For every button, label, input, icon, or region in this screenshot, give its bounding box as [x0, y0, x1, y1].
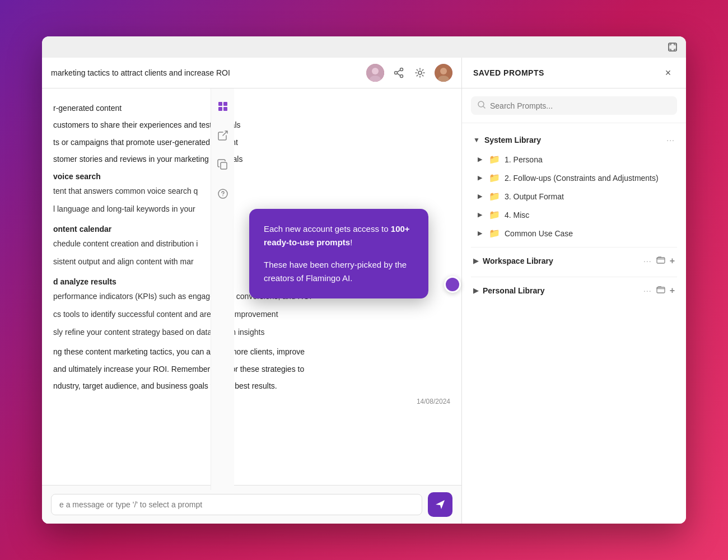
- followups-chevron-icon: ▶: [478, 174, 482, 181]
- settings-icon[interactable]: [413, 66, 427, 80]
- panel-content: ▼ System Library ··· ▶ 📁 1. Persona: [462, 123, 686, 524]
- personal-library-header[interactable]: ▶ Personal Library ···: [462, 279, 686, 302]
- workspace-folder-btn[interactable]: [656, 255, 665, 267]
- tooltip-line2: These have been cherry-picked by the cre…: [264, 258, 414, 285]
- voice-item1: tent that answers common voice search q: [53, 185, 450, 198]
- svg-point-5: [400, 75, 403, 78]
- output-folder-icon: 📁: [489, 191, 500, 202]
- header-icons: [366, 64, 452, 82]
- system-library: ▼ System Library ··· ▶ 📁 1. Persona: [462, 130, 686, 242]
- misc-folder-icon: 📁: [489, 209, 500, 220]
- copy-icon[interactable]: [214, 156, 232, 174]
- workspace-chevron-icon: ▶: [473, 257, 478, 265]
- grid-icon[interactable]: [214, 97, 232, 115]
- folder-followups[interactable]: ▶ 📁 2. Follow-ups (Constraints and Adjus…: [478, 169, 686, 187]
- main-window: marketing tactics to attract clients and…: [42, 36, 686, 524]
- output-chevron-icon: ▶: [478, 193, 482, 200]
- folder-output[interactable]: ▶ 📁 3. Output Format: [478, 187, 686, 206]
- system-library-label: System Library: [484, 136, 541, 144]
- msg-line2: ts or campaigns that promote user-genera…: [53, 136, 450, 148]
- svg-rect-17: [221, 162, 227, 169]
- tooltip-popup: Each new account gets access to 100+ rea…: [249, 209, 428, 298]
- msg-line1: customers to share their experiences and…: [53, 119, 450, 131]
- msg-line3: stomer stories and reviews in your marke…: [53, 153, 450, 165]
- divider-2: [471, 277, 677, 277]
- search-wrapper: [471, 96, 677, 115]
- common-label: Common Use Case: [505, 229, 573, 238]
- workspace-library-header[interactable]: ▶ Workspace Library ···: [462, 250, 686, 272]
- svg-rect-0: [669, 43, 676, 51]
- workspace-library-title: ▶ Workspace Library: [473, 256, 553, 265]
- personal-library-actions: ··· +: [643, 285, 675, 296]
- svg-line-7: [397, 70, 400, 72]
- conclusion3: ndustry, target audience, and business g…: [53, 380, 450, 392]
- workspace-library-actions: ··· +: [643, 255, 675, 267]
- user-avatar[interactable]: [435, 64, 452, 82]
- svg-rect-13: [218, 102, 222, 106]
- misc-label: 4. Misc: [505, 211, 529, 220]
- help-icon[interactable]: [214, 185, 232, 203]
- circle-indicator: [444, 276, 461, 293]
- window-body: marketing tactics to attract clients and…: [42, 58, 686, 524]
- system-library-title: ▼ System Library: [473, 136, 541, 144]
- svg-point-11: [440, 68, 447, 74]
- personal-add-btn[interactable]: +: [670, 286, 675, 296]
- folder-common[interactable]: ▶ 📁 Common Use Case: [478, 224, 686, 242]
- persona-label: 1. Persona: [505, 155, 543, 164]
- system-library-header[interactable]: ▼ System Library ···: [462, 130, 686, 150]
- chat-header: marketing tactics to attract clients and…: [42, 58, 461, 88]
- analyze-item3: sly refine your content strategy based o…: [53, 326, 450, 339]
- svg-point-19: [222, 195, 223, 197]
- side-toolbar: [211, 88, 234, 490]
- system-chevron-icon: ▼: [473, 136, 480, 144]
- system-library-items: ▶ 📁 1. Persona ▶ 📁 2. Follow-ups (Constr…: [462, 150, 686, 242]
- persona-chevron-icon: ▶: [478, 156, 482, 163]
- common-folder-icon: 📁: [489, 228, 500, 239]
- svg-rect-22: [657, 287, 665, 293]
- personal-folder-btn[interactable]: [656, 285, 665, 296]
- external-link-icon[interactable]: [214, 127, 232, 144]
- followups-label: 2. Follow-ups (Constraints and Adjustmen…: [505, 174, 659, 183]
- saved-prompts-panel: SAVED PROMPTS ×: [462, 58, 686, 524]
- chat-input[interactable]: [51, 494, 422, 515]
- workspace-library-label: Workspace Library: [483, 256, 553, 265]
- workspace-library: ▶ Workspace Library ···: [462, 250, 686, 272]
- panel-title: SAVED PROMPTS: [473, 68, 544, 77]
- svg-point-2: [372, 68, 379, 74]
- output-label: 3. Output Format: [505, 192, 564, 201]
- conclusion2: and ultimately increase your ROI. Rememb…: [53, 363, 450, 375]
- system-more-icon[interactable]: ···: [666, 136, 675, 144]
- panel-header: SAVED PROMPTS ×: [462, 58, 686, 88]
- svg-point-9: [418, 71, 422, 74]
- folder-misc[interactable]: ▶ 📁 4. Misc: [478, 206, 686, 224]
- fullscreen-button[interactable]: [667, 41, 678, 53]
- search-input[interactable]: [490, 101, 670, 110]
- voice-title: voice search: [53, 170, 450, 183]
- workspace-add-btn[interactable]: +: [670, 256, 675, 266]
- workspace-more-icon[interactable]: ···: [643, 256, 652, 265]
- divider-1: [471, 247, 677, 248]
- misc-chevron-icon: ▶: [478, 211, 482, 218]
- send-button[interactable]: [428, 492, 452, 517]
- search-icon: [478, 101, 486, 110]
- message-timestamp: 14/08/2024: [53, 396, 450, 407]
- followups-folder-icon: 📁: [489, 172, 500, 183]
- personal-more-icon[interactable]: ···: [643, 286, 652, 295]
- tooltip-line1: Each new account gets access to 100+ rea…: [264, 222, 414, 249]
- close-panel-button[interactable]: ×: [661, 66, 675, 80]
- personal-chevron-icon: ▶: [473, 287, 478, 295]
- personal-library-label: Personal Library: [483, 286, 545, 295]
- share-icon[interactable]: [392, 66, 405, 80]
- common-chevron-icon: ▶: [478, 230, 482, 237]
- avatar-icon[interactable]: [366, 64, 384, 82]
- personal-library: ▶ Personal Library ···: [462, 279, 686, 302]
- folder-persona[interactable]: ▶ 📁 1. Persona: [478, 150, 686, 169]
- svg-point-4: [400, 68, 403, 71]
- msg-intro: r-generated content: [53, 102, 450, 114]
- panel-search: [462, 88, 686, 123]
- conclusion1: ng these content marketing tactics, you …: [53, 346, 450, 358]
- svg-point-6: [395, 72, 398, 74]
- window-titlebar: [42, 36, 686, 58]
- svg-line-8: [397, 73, 400, 76]
- svg-rect-21: [657, 258, 665, 263]
